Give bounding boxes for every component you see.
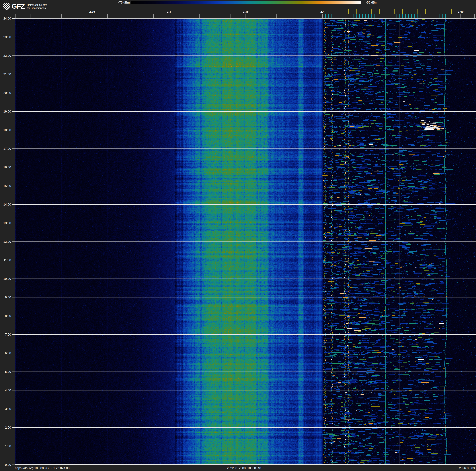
wifi-channel-tick [402, 9, 403, 14]
bluetooth-channel-tick [396, 14, 396, 18]
wifi-channel-tick [410, 9, 410, 14]
logo-subtitle: Helmholtz Centre for Geosciences [27, 3, 47, 10]
time-tick [12, 74, 15, 74]
time-tick [12, 37, 15, 37]
logo-subtitle-line2: for Geosciences [27, 7, 47, 10]
freq-tick [123, 14, 123, 18]
time-tick [12, 390, 15, 390]
bluetooth-channel-tick [399, 14, 400, 18]
colorbar [131, 1, 361, 4]
time-tick-label: 22:00 [0, 54, 11, 57]
freq-tick [184, 14, 184, 18]
freq-tick [200, 14, 200, 18]
spectrogram-canvas [15, 18, 476, 465]
wifi-channel-tick [433, 9, 433, 14]
bluetooth-channel-tick [439, 14, 440, 18]
bluetooth-channel-tick [378, 14, 378, 18]
time-tick-label: 3:00 [0, 407, 11, 411]
freq-tick [138, 14, 138, 18]
bluetooth-channel-tick [362, 14, 363, 18]
time-tick [12, 93, 15, 93]
time-tick [12, 186, 15, 186]
time-tick-label: 12:00 [0, 240, 11, 243]
wifi-channel-tick [451, 9, 452, 14]
time-tick [12, 427, 15, 428]
freq-tick [246, 14, 246, 18]
time-tick-label: 24:00 [0, 17, 11, 20]
freq-tick [292, 14, 292, 18]
time-tick [12, 372, 15, 372]
bluetooth-channel-tick [384, 14, 384, 18]
bluetooth-channel-tick [328, 14, 329, 18]
bluetooth-channel-tick [374, 14, 375, 18]
freq-tick [153, 14, 154, 18]
bluetooth-channel-tick [335, 14, 335, 18]
colorbar-min-label: -75 dBm [99, 0, 130, 4]
time-tick-label: 21:00 [0, 72, 11, 76]
time-tick-label: 16:00 [0, 165, 11, 169]
time-tick-label: 13:00 [0, 221, 11, 225]
bluetooth-channel-tick [433, 14, 433, 18]
freq-tick [322, 14, 323, 18]
freq-tick-label: 2.3 [162, 10, 176, 14]
freq-tick-label: 2.25 [85, 10, 99, 14]
logo-subtitle-line1: Helmholtz Centre [27, 3, 47, 7]
wifi-channel-tick [341, 9, 341, 14]
wifi-channel-tick [387, 9, 387, 14]
time-tick-label: 1:00 [0, 444, 11, 448]
bluetooth-channel-tick [427, 14, 427, 18]
bluetooth-channel-tick [424, 14, 424, 18]
time-tick-label: 4:00 [0, 388, 11, 392]
bluetooth-channel-tick [341, 14, 341, 18]
freq-tick [215, 14, 215, 18]
freq-tick [474, 14, 475, 18]
time-tick [12, 279, 15, 279]
time-tick [12, 130, 15, 130]
wifi-channel-tick [418, 9, 418, 14]
bluetooth-channel-tick [411, 14, 412, 18]
bluetooth-channel-tick [347, 14, 347, 18]
freq-tick [61, 14, 62, 18]
bluetooth-channel-tick [421, 14, 421, 18]
freq-tick [460, 14, 461, 18]
bluetooth-channel-tick [356, 14, 357, 18]
time-tick-label: 7:00 [0, 333, 11, 336]
wifi-channel-tick [394, 9, 395, 14]
time-tick [12, 334, 15, 335]
bluetooth-channel-tick [350, 14, 350, 18]
time-tick [12, 297, 15, 297]
time-tick-label: 18:00 [0, 128, 11, 132]
freq-tick [307, 14, 307, 18]
time-tick [12, 204, 15, 205]
time-tick [12, 316, 15, 316]
bluetooth-channel-tick [402, 14, 403, 18]
freq-tick-label: 2.49 [454, 10, 468, 14]
time-tick-label: 15:00 [0, 184, 11, 188]
time-tick [12, 241, 15, 242]
freq-tick-label: 2.4 [316, 10, 329, 14]
time-tick [12, 409, 15, 409]
freq-tick-label: 2.35 [239, 10, 253, 14]
time-tick-label: 23:00 [0, 35, 11, 39]
bluetooth-channel-tick [414, 14, 415, 18]
time-tick-label: 11:00 [0, 258, 11, 262]
footer-dataset-id: 2_2200_2500_10000_40_0 [200, 466, 292, 470]
wifi-channel-tick [348, 9, 349, 14]
footer-doi-link[interactable]: https://doi.org/10.5880/GFZ.1.2.2024.003 [15, 466, 153, 470]
colorbar-max-label: -55 dBm [366, 0, 400, 4]
logo-org-name: GFZ [12, 3, 25, 10]
time-tick [12, 167, 15, 167]
time-tick [12, 260, 15, 260]
freq-tick [77, 14, 77, 18]
freq-tick [31, 14, 31, 18]
time-tick-label: 19:00 [0, 109, 11, 113]
spectrogram-page: GFZ Helmholtz Centre for Geosciences -75… [0, 0, 476, 471]
bluetooth-channel-tick [405, 14, 406, 18]
bluetooth-channel-tick [332, 14, 332, 18]
bluetooth-channel-tick [325, 14, 326, 18]
wifi-channel-tick [372, 9, 372, 14]
freq-tick [15, 14, 16, 18]
gfz-logo-icon [3, 3, 10, 10]
time-tick-label: 20:00 [0, 91, 11, 95]
bluetooth-channel-tick [372, 14, 372, 18]
